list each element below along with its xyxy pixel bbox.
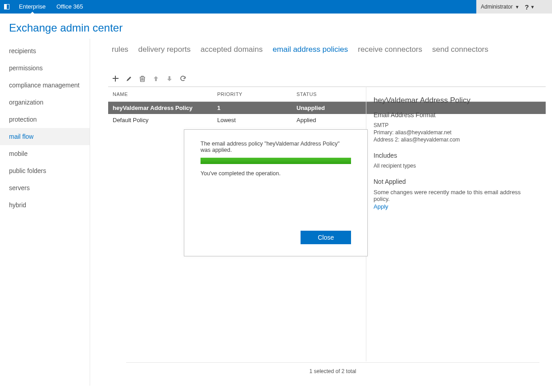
delete-icon[interactable] [139, 75, 146, 82]
col-name[interactable]: NAME [108, 87, 213, 101]
cell-name: heyValdemar Address Policy [108, 102, 213, 114]
sidebar-item-mobile[interactable]: mobile [0, 145, 90, 162]
office-logo-icon [0, 0, 14, 14]
cell-status: Unapplied [292, 102, 369, 114]
move-down-icon[interactable] [166, 75, 173, 82]
format-line: Address 2: alias@heyvaldemar.com [374, 137, 535, 143]
policy-table: NAME PRIORITY STATUS heyValdemar Address… [108, 87, 546, 126]
sidebar-item-protection[interactable]: protection [0, 111, 90, 128]
status-footer: 1 selected of 2 total [126, 362, 539, 374]
notapplied-text: Some changes were recently made to this … [374, 189, 535, 202]
sidebar: recipients permissions compliance manage… [0, 39, 90, 386]
tab-send-connectors[interactable]: send connectors [432, 45, 488, 54]
sidebar-item-organization[interactable]: organization [0, 94, 90, 111]
sidebar-item-recipients[interactable]: recipients [0, 42, 90, 59]
top-right-panel: Administrator ▼ ? ▼ [476, 0, 552, 14]
cell-name: Default Policy [108, 114, 213, 126]
cell-priority: 1 [213, 102, 292, 114]
top-bar: Enterprise Office 365 Administrator ▼ ? … [0, 0, 552, 14]
includes-heading: Includes [374, 152, 535, 159]
help-icon: ? [525, 3, 529, 11]
details-title: heyValdemar Address Policy [374, 96, 535, 105]
top-tab-office365[interactable]: Office 365 [51, 0, 88, 14]
tab-delivery-reports[interactable]: delivery reports [138, 45, 191, 54]
page-title: Exchange admin center [0, 14, 552, 39]
top-tab-enterprise[interactable]: Enterprise [14, 0, 51, 14]
includes-text: All recipient types [374, 163, 535, 169]
tab-accepted-domains[interactable]: accepted domains [201, 45, 263, 54]
admin-label: Administrator [481, 4, 513, 10]
refresh-icon[interactable] [179, 75, 187, 82]
details-panel: heyValdemar Address Policy Email Address… [366, 87, 539, 361]
sidebar-item-permissions[interactable]: permissions [0, 59, 90, 77]
progress-bar [201, 158, 351, 164]
toolbar [90, 54, 552, 87]
format-line: Primary: alias@heyvaldemar.net [374, 129, 535, 136]
move-up-icon[interactable] [152, 75, 160, 82]
dialog-completion: You've completed the operation. [201, 170, 351, 177]
close-button[interactable]: Close [301, 231, 351, 244]
svg-rect-2 [5, 5, 7, 9]
tab-email-address-policies[interactable]: email address policies [273, 45, 348, 54]
format-heading: Email Address Format [374, 111, 535, 119]
edit-icon[interactable] [125, 75, 132, 82]
cell-priority: Lowest [213, 114, 292, 126]
top-nav-tabs: Enterprise Office 365 [14, 0, 88, 14]
sidebar-item-hybrid[interactable]: hybrid [0, 196, 90, 214]
apply-link[interactable]: Apply [374, 203, 388, 210]
notapplied-heading: Not Applied [374, 178, 535, 185]
cell-status: Applied [292, 114, 369, 126]
caret-down-icon: ▼ [515, 5, 520, 9]
col-priority[interactable]: PRIORITY [213, 87, 292, 101]
sidebar-item-mailflow[interactable]: mail flow [0, 128, 90, 145]
dialog-message: The email address policy "heyValdemar Ad… [201, 141, 351, 153]
sidebar-item-servers[interactable]: servers [0, 179, 90, 196]
caret-down-icon: ▼ [530, 5, 535, 9]
tab-rules[interactable]: rules [112, 45, 128, 54]
add-icon[interactable] [112, 75, 119, 82]
content-tabs: rules delivery reports accepted domains … [90, 39, 552, 54]
progress-dialog: The email address policy "heyValdemar Ad… [184, 129, 368, 256]
tab-receive-connectors[interactable]: receive connectors [358, 45, 422, 54]
format-line: SMTP [374, 122, 535, 128]
help-dropdown[interactable]: ? ▼ [525, 3, 535, 11]
admin-dropdown[interactable]: Administrator ▼ [481, 4, 520, 10]
sidebar-item-compliance[interactable]: compliance management [0, 77, 90, 94]
sidebar-item-publicfolders[interactable]: public folders [0, 162, 90, 179]
col-status[interactable]: STATUS [292, 87, 369, 101]
